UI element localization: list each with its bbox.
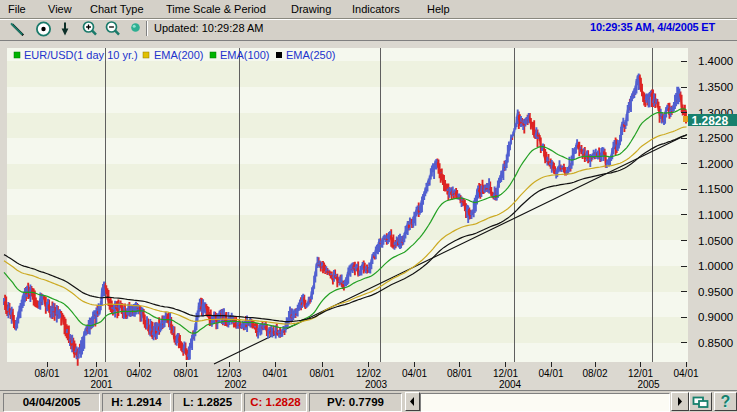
svg-text:1.1500: 1.1500 [698,183,733,195]
svg-text:?: ? [721,393,731,410]
svg-text:04/01: 04/01 [538,368,563,379]
svg-text:1.0000: 1.0000 [698,260,733,272]
svg-text:08/01: 08/01 [309,368,334,379]
svg-text:12/01: 12/01 [493,368,518,379]
svg-text:12/02: 12/02 [356,368,381,379]
svg-text:2004: 2004 [499,379,522,390]
svg-text:2005: 2005 [637,379,660,390]
svg-text:1.1000: 1.1000 [698,209,733,221]
svg-text:12/01: 12/01 [628,368,653,379]
svg-text:EMA(200): EMA(200) [154,49,204,61]
svg-text:0.8500: 0.8500 [698,337,733,349]
svg-text:12/03: 12/03 [216,368,241,379]
svg-text:08/01: 08/01 [34,368,59,379]
svg-text:0.9000: 0.9000 [698,311,733,323]
svg-text:08/01: 08/01 [173,368,198,379]
svg-text:2003: 2003 [365,379,388,390]
svg-text:1.2000: 1.2000 [698,158,733,170]
svg-text:12/01: 12/01 [83,368,108,379]
svg-text:08/01: 08/01 [447,368,472,379]
svg-text:08/02: 08/02 [582,368,607,379]
svg-text:1.4000: 1.4000 [698,55,733,67]
svg-text:EMA(250): EMA(250) [286,49,336,61]
svg-text:EMA(100): EMA(100) [220,49,270,61]
svg-text:1.3500: 1.3500 [698,81,733,93]
svg-text:04/02: 04/02 [126,368,151,379]
svg-text:1.0500: 1.0500 [698,235,733,247]
svg-text:04/01: 04/01 [262,368,287,379]
svg-text:1.2500: 1.2500 [698,132,733,144]
svg-text:2002: 2002 [224,379,247,390]
svg-text:1.2828: 1.2828 [692,114,729,128]
svg-text:EUR/USD(1 day 10 yr.): EUR/USD(1 day 10 yr.) [24,49,138,61]
svg-text:04/01: 04/01 [402,368,427,379]
svg-text:0.9500: 0.9500 [698,286,733,298]
svg-text:2001: 2001 [90,379,113,390]
svg-text:04/01: 04/01 [673,368,698,379]
